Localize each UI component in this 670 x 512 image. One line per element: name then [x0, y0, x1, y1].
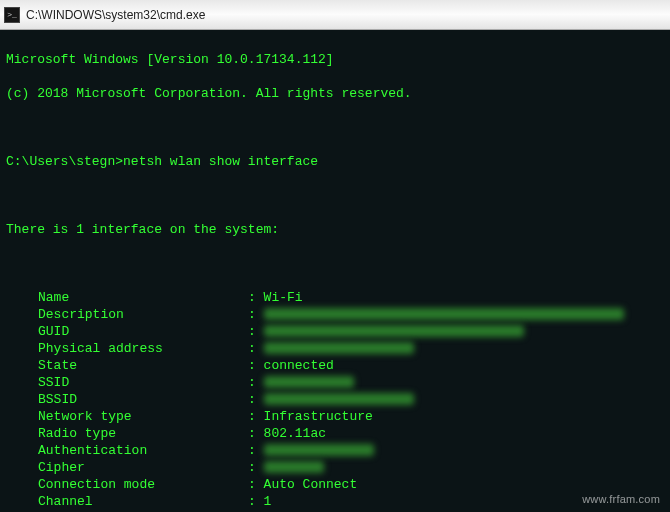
interface-header: There is 1 interface on the system:	[6, 221, 664, 238]
banner-line2: (c) 2018 Microsoft Corporation. All righ…	[6, 85, 664, 102]
row-value	[264, 374, 272, 391]
interface-row: Channel: 1	[6, 493, 664, 510]
row-value: Infrastructure	[264, 408, 373, 425]
prompt-line: C:\Users\stegn>netsh wlan show interface	[6, 153, 664, 170]
terminal-output[interactable]: Microsoft Windows [Version 10.0.17134.11…	[0, 30, 670, 512]
row-value	[264, 306, 272, 323]
interface-row: Authentication:	[6, 442, 664, 459]
interface-row: Connection mode: Auto Connect	[6, 476, 664, 493]
interface-row: State: connected	[6, 357, 664, 374]
interface-row: Cipher:	[6, 459, 664, 476]
row-value: Wi-Fi	[264, 289, 303, 306]
interface-row: BSSID:	[6, 391, 664, 408]
row-label: State	[38, 358, 77, 373]
watermark: www.frfam.com	[582, 491, 660, 508]
row-label: Authentication	[38, 443, 147, 458]
blank-line	[6, 187, 664, 204]
row-value: Auto Connect	[264, 476, 358, 493]
row-label: Cipher	[38, 460, 85, 475]
blank-line	[6, 119, 664, 136]
row-value: 802.11ac	[264, 425, 326, 442]
row-label: GUID	[38, 324, 69, 339]
row-label: Connection mode	[38, 477, 155, 492]
row-label: Physical address	[38, 341, 163, 356]
row-label: BSSID	[38, 392, 77, 407]
row-value	[264, 391, 272, 408]
window-title-bar[interactable]: >_ C:\WINDOWS\system32\cmd.exe	[0, 0, 670, 30]
row-value: connected	[264, 357, 334, 374]
row-label: Description	[38, 307, 124, 322]
row-label: SSID	[38, 375, 69, 390]
interface-row: Radio type: 802.11ac	[6, 425, 664, 442]
interface-row: Name: Wi-Fi	[6, 289, 664, 306]
window-title: C:\WINDOWS\system32\cmd.exe	[26, 8, 205, 22]
interface-row: Physical address:	[6, 340, 664, 357]
row-value	[264, 459, 272, 476]
row-value	[264, 323, 272, 340]
row-label: Name	[38, 290, 69, 305]
interface-row: SSID:	[6, 374, 664, 391]
row-value	[264, 340, 272, 357]
interface-row: Network type: Infrastructure	[6, 408, 664, 425]
prompt-path: C:\Users\stegn>	[6, 153, 123, 170]
row-label: Network type	[38, 409, 132, 424]
row-value	[264, 442, 272, 459]
row-label: Channel	[38, 494, 93, 509]
banner-line1: Microsoft Windows [Version 10.0.17134.11…	[6, 51, 664, 68]
prompt-command: netsh wlan show interface	[123, 153, 318, 170]
blank-line	[6, 255, 664, 272]
row-label: Radio type	[38, 426, 116, 441]
row-value: 1	[264, 493, 272, 510]
interface-row: GUID:	[6, 323, 664, 340]
interface-row: Description:	[6, 306, 664, 323]
cmd-icon: >_	[4, 7, 20, 23]
